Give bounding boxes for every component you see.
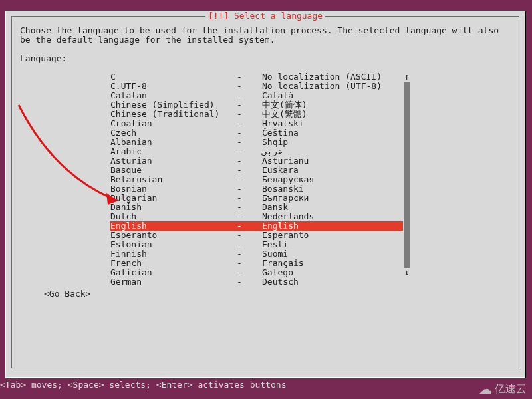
language-native: عربي [262, 147, 403, 156]
language-native: Čeština [262, 128, 403, 138]
language-name: Esperanto [110, 231, 237, 240]
watermark: ☁ 亿速云 [479, 384, 527, 394]
column-separator: - [237, 231, 262, 240]
language-name: Galician [110, 268, 237, 277]
language-option[interactable]: Asturian-Asturianu [110, 156, 403, 166]
column-separator: - [237, 277, 262, 287]
language-native: Euskara [262, 166, 403, 175]
language-option[interactable]: Belarusian-Беларуская [110, 175, 403, 184]
scroll-down-arrow[interactable]: ↓ [404, 268, 410, 277]
column-separator: - [237, 91, 262, 100]
language-name: Chinese (Simplified) [110, 100, 237, 110]
language-option[interactable]: German-Deutsch [110, 277, 403, 287]
language-native: No localization (UTF-8) [262, 82, 403, 91]
column-separator: - [237, 100, 262, 110]
column-separator: - [237, 212, 262, 221]
language-name: German [110, 277, 237, 287]
language-native: Nederlands [262, 212, 403, 221]
language-name: Bosnian [110, 184, 237, 194]
language-option[interactable]: Finnish-Suomi [110, 249, 403, 259]
column-separator: - [237, 138, 262, 147]
language-name: Estonian [110, 240, 237, 249]
language-name: C [110, 72, 237, 82]
language-option[interactable]: Catalan-Català [110, 91, 403, 100]
column-separator: - [237, 203, 262, 212]
dialog-title: [!!] Select a language [205, 11, 325, 21]
language-name: Asturian [110, 156, 237, 166]
language-option[interactable]: Chinese (Traditional)-中文(繁體) [110, 110, 403, 119]
language-native: Hrvatski [262, 119, 403, 128]
column-separator: - [237, 119, 262, 128]
language-option[interactable]: Dutch-Nederlands [110, 212, 403, 221]
language-name: Arabic [110, 147, 237, 156]
language-field-label: Language: [20, 54, 511, 63]
column-separator: - [237, 175, 262, 184]
column-separator: - [237, 194, 262, 203]
language-native: Esperanto [262, 231, 403, 240]
language-name: Basque [110, 166, 237, 175]
language-name: Dutch [110, 212, 237, 221]
language-native: Suomi [262, 249, 403, 259]
column-separator: - [237, 184, 262, 194]
language-native: Galego [262, 268, 403, 277]
column-separator: - [237, 221, 262, 231]
language-native: Français [262, 259, 403, 268]
scrollbar-track[interactable] [404, 72, 410, 277]
language-option[interactable]: Bulgarian-Български [110, 194, 403, 203]
language-name: Catalan [110, 91, 237, 100]
language-option[interactable]: English-English [110, 221, 403, 231]
language-option[interactable]: Esperanto-Esperanto [110, 231, 403, 240]
column-separator: - [237, 82, 262, 91]
language-option[interactable]: Croatian-Hrvatski [110, 119, 403, 128]
language-name: C.UTF-8 [110, 82, 237, 91]
language-native: Dansk [262, 203, 403, 212]
language-option[interactable]: Chinese (Simplified)-中文(简体) [110, 100, 403, 110]
go-back-button[interactable]: <Go Back> [44, 289, 90, 299]
language-native: Bosanski [262, 184, 403, 194]
dialog-border: [!!] Select a language Choose the langua… [11, 16, 519, 368]
language-list[interactable]: C-No localization (ASCII)C.UTF-8-No loca… [110, 72, 403, 287]
language-option[interactable]: French-Français [110, 259, 403, 268]
language-option[interactable]: Danish-Dansk [110, 203, 403, 212]
footer-hint: <Tab> moves; <Space> selects; <Enter> ac… [0, 380, 286, 390]
language-dialog: [!!] Select a language Choose the langua… [5, 11, 525, 378]
language-option[interactable]: C-No localization (ASCII) [110, 72, 403, 82]
language-option[interactable]: Czech-Čeština [110, 128, 403, 138]
column-separator: - [237, 259, 262, 268]
language-name: Bulgarian [110, 194, 237, 203]
scroll-up-arrow[interactable]: ↑ [404, 72, 410, 82]
language-name: Finnish [110, 249, 237, 259]
language-option[interactable]: Basque-Euskara [110, 166, 403, 175]
language-option[interactable]: Estonian-Eesti [110, 240, 403, 249]
language-option[interactable]: Bosnian-Bosanski [110, 184, 403, 194]
dialog-content: Choose the language to be used for the i… [20, 26, 511, 63]
language-name: French [110, 259, 237, 268]
language-native: Беларуская [262, 175, 403, 184]
column-separator: - [237, 156, 262, 166]
language-option[interactable]: Arabic-عربي [110, 147, 403, 156]
column-separator: - [237, 110, 262, 119]
language-native: 中文(简体) [262, 100, 403, 110]
column-separator: - [237, 72, 262, 82]
language-name: Croatian [110, 119, 237, 128]
language-option[interactable]: C.UTF-8-No localization (UTF-8) [110, 82, 403, 91]
language-option[interactable]: Galician-Galego [110, 268, 403, 277]
column-separator: - [237, 147, 262, 156]
column-separator: - [237, 240, 262, 249]
language-option[interactable]: Albanian-Shqip [110, 138, 403, 147]
cloud-icon: ☁ [479, 384, 492, 394]
language-native: Български [262, 194, 403, 203]
language-name: English [110, 221, 237, 231]
column-separator: - [237, 249, 262, 259]
language-native: 中文(繁體) [262, 110, 403, 119]
language-name: Danish [110, 203, 237, 212]
dialog-instruction: Choose the language to be used for the i… [20, 26, 511, 45]
language-native: Asturianu [262, 156, 403, 166]
language-name: Albanian [110, 138, 237, 147]
language-native: Eesti [262, 240, 403, 249]
language-name: Czech [110, 128, 237, 138]
language-name: Chinese (Traditional) [110, 110, 237, 119]
language-native: Deutsch [262, 277, 403, 287]
column-separator: - [237, 166, 262, 175]
watermark-text: 亿速云 [495, 384, 527, 394]
